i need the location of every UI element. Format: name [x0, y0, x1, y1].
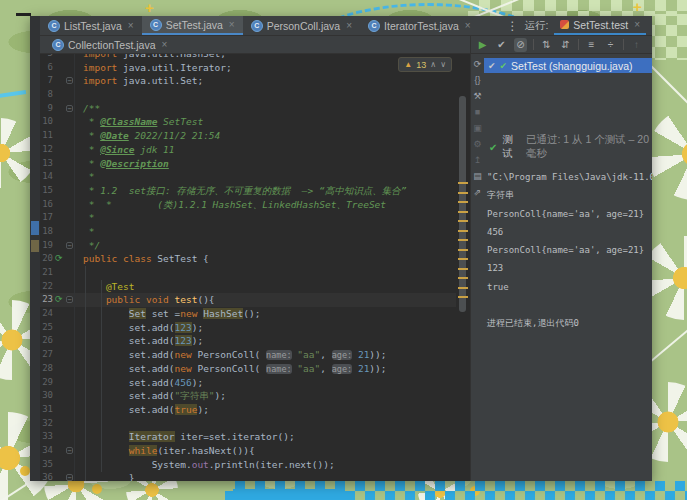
import-tests-icon[interactable]: ⚒	[473, 91, 481, 102]
code-line[interactable]: 28 set.add(new PersonColl( name: "aa", a…	[40, 362, 470, 376]
tab-collectiontest[interactable]: C CollectionTest.java ×	[40, 39, 175, 51]
previous-failed-test-icon[interactable]: ↑	[630, 38, 643, 52]
code-line[interactable]: 14 *	[40, 170, 470, 184]
show-ignored-icon[interactable]: ⊘	[514, 38, 527, 52]
close-icon[interactable]: ×	[128, 20, 134, 31]
code-text: */	[75, 239, 100, 253]
code-line[interactable]: 15 * 1.2 set接口: 存储无序、不可重复的数据 —> “高中知识点、集…	[40, 184, 470, 198]
show-passed-icon[interactable]: ✔	[495, 38, 508, 52]
export-test-results-icon[interactable]: ↥	[474, 155, 482, 166]
class-icon: C	[150, 19, 162, 31]
code-line[interactable]: 7−import java.util.Set;	[40, 74, 470, 88]
junit-run-icon	[560, 20, 569, 29]
test-tree-row-settest[interactable]: ✔ ✔ SetTest (shangguigu.java)	[484, 58, 652, 73]
fold-icon[interactable]: −	[66, 105, 73, 112]
fold-icon[interactable]: −	[66, 242, 73, 249]
code-line[interactable]: 35 System.out.println(iter.next());	[40, 458, 470, 472]
warning-tick	[458, 268, 468, 270]
code-line[interactable]: 34− while(iter.hasNext()){	[40, 444, 470, 458]
tab-listtest[interactable]: C ListTest.java ×	[40, 16, 142, 35]
gutter	[53, 280, 75, 294]
code-line[interactable]: 13 * @Description	[40, 157, 470, 171]
second-row: C CollectionTest.java × ▶✔⊘⇅⇵≡÷↑↓◷	[40, 36, 652, 54]
tab-iteratortest[interactable]: C IteratorTest.java ×	[360, 16, 479, 35]
code-line[interactable]: 8	[40, 88, 470, 102]
runner-side-toolbar: ⟳{}⚒■▣⚙↥▤⇗	[471, 54, 484, 481]
gutter	[53, 211, 75, 225]
warning-tick	[458, 230, 468, 232]
close-icon[interactable]: ×	[465, 20, 471, 31]
settings-icon[interactable]: ⚙	[473, 139, 481, 150]
code-line[interactable]: 12 * @Since jdk 11	[40, 143, 470, 157]
tab-settest[interactable]: C SetTest.java ×	[142, 16, 243, 35]
code-text: set.add(456);	[75, 376, 203, 390]
code-text: set.add(123);	[75, 334, 203, 348]
collapse-all-icon[interactable]: ÷	[604, 38, 617, 52]
warning-tick	[458, 192, 468, 194]
code-line[interactable]: 9−/**	[40, 102, 470, 116]
code-text: * @Description	[75, 157, 169, 171]
intellij-window: C ListTest.java × C SetTest.java × C Per…	[30, 16, 652, 481]
code-line[interactable]: 23⟳− public void test(){	[40, 293, 470, 307]
console-output[interactable]: "C:\Program Files\Java\jdk-11.0.字符串Perso…	[484, 168, 652, 333]
code-text: set.add(123);	[75, 321, 203, 335]
run-tab-settest-test[interactable]: SetTest.test ×	[554, 16, 646, 35]
code-line[interactable]: 24 Set set =new HashSet();	[40, 307, 470, 321]
pin-icon[interactable]: ⇗	[474, 187, 482, 198]
code-text: *	[75, 170, 94, 184]
code-line[interactable]: 11 * @Date 2022/11/2 21:54	[40, 129, 470, 143]
screenshot-icon[interactable]: ▣	[473, 123, 482, 134]
code-line[interactable]: 32	[40, 417, 470, 431]
rerun-icon[interactable]: ⟳	[474, 59, 482, 70]
expand-all-icon[interactable]: ≡	[585, 38, 598, 52]
code-line[interactable]: 36− }	[40, 471, 470, 481]
line-number: 36	[40, 471, 53, 481]
code-line[interactable]: 27 set.add(new PersonColl( name: "aa", a…	[40, 348, 470, 362]
tab-personcoll[interactable]: C PersonColl.java ×	[243, 16, 360, 35]
fold-icon[interactable]: −	[66, 474, 73, 481]
gutter	[53, 54, 75, 61]
close-icon[interactable]: ×	[346, 20, 352, 31]
code-line[interactable]: 16 * * (类)1.2.1 HashSet、LinkedHashSet、Tr…	[40, 198, 470, 212]
run-test-icon[interactable]: ⟳	[55, 252, 63, 266]
code-line[interactable]: 33 Iterator iter=set.iterator();	[40, 430, 470, 444]
next-warning-icon[interactable]: ∨	[440, 60, 446, 69]
line-number: 13	[40, 157, 53, 171]
run-test-icon[interactable]: ⟳	[55, 293, 63, 307]
code-line[interactable]: 21	[40, 266, 470, 280]
code-line[interactable]: 26 set.add(123);	[40, 334, 470, 348]
more-tabs-icon[interactable]: ⋮	[500, 16, 524, 35]
code-line[interactable]: 25 set.add(123);	[40, 321, 470, 335]
fold-icon[interactable]: −	[66, 77, 73, 84]
code-text: set.add("字符串");	[75, 389, 226, 403]
code-line[interactable]: 29 set.add(456);	[40, 376, 470, 390]
code-line[interactable]: 31 set.add(true);	[40, 403, 470, 417]
gutter: −	[53, 444, 75, 458]
test-runner-settings-icon[interactable]: {}	[474, 75, 480, 86]
code-line[interactable]: 22 @Test	[40, 280, 470, 294]
rerun-tests-icon[interactable]: ▶	[476, 38, 489, 52]
inspections-widget[interactable]: ▲ 13 ∧ ∨	[398, 57, 452, 72]
console-icon[interactable]: ▤	[473, 171, 482, 182]
gutter	[53, 348, 75, 362]
fold-icon[interactable]: −	[66, 447, 73, 454]
fold-icon[interactable]: −	[66, 296, 73, 303]
code-line[interactable]: 17 *	[40, 211, 470, 225]
next-failed-test-icon[interactable]: ↓	[649, 38, 652, 52]
sort-alphabetically-icon[interactable]: ⇅	[540, 38, 553, 52]
warning-tick	[458, 296, 468, 298]
close-icon[interactable]: ×	[229, 19, 235, 30]
code-editor[interactable]: 5import java.util.HashSet;6import java.u…	[40, 54, 470, 481]
close-icon[interactable]: ×	[162, 39, 168, 50]
sort-by-duration-icon[interactable]: ⇵	[559, 38, 572, 52]
close-icon[interactable]: ×	[634, 19, 640, 30]
scrollbar-thumb[interactable]	[459, 96, 466, 312]
code-line[interactable]: 19− */	[40, 239, 470, 253]
prev-warning-icon[interactable]: ∧	[430, 60, 436, 69]
stop-icon[interactable]: ■	[475, 107, 480, 118]
code-line[interactable]: 20⟳public class SetTest {	[40, 252, 470, 266]
code-line[interactable]: 10 * @ClassName SetTest	[40, 115, 470, 129]
tab-label: SetTest.java	[166, 19, 223, 31]
code-line[interactable]: 18 *	[40, 225, 470, 239]
code-line[interactable]: 30 set.add("字符串");	[40, 389, 470, 403]
